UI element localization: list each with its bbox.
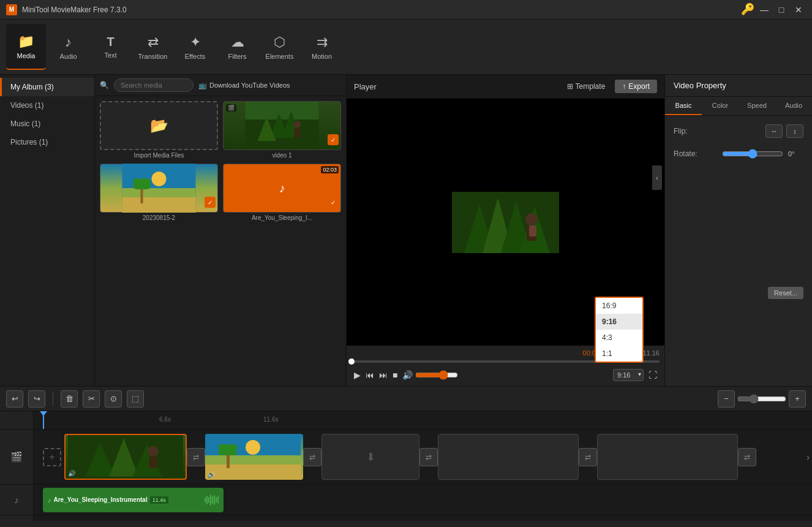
aspect-option-9-16[interactable]: 9:16 [596,314,642,330]
sidebar-label-my-album: My Album (3) [10,83,54,91]
toolbar-item-elements[interactable]: ⬡ Elements [260,24,299,70]
aspect-option-1-1[interactable]: 1:1 [596,346,642,362]
redo-button[interactable]: ↪ [28,390,45,408]
import-media-card[interactable]: 📂 Import Media Files [100,101,218,159]
transition-btn-5[interactable]: ⇄ [738,448,756,466]
aspect-ratio-container: 16:9 9:16 4:3 1:1 9:16 ▾ [613,369,644,381]
toolbar-item-motion[interactable]: ⇉ Motion [302,24,342,70]
timeline-content: 🎬 ♪ 6.6s 11.6s + [0,411,812,521]
volume-slider[interactable] [415,370,458,380]
property-tabs: Basic Color Speed Audio [665,97,812,116]
aspect-ratio-dropdown: 16:9 9:16 4:3 1:1 [595,297,644,363]
rotate-slider[interactable] [722,149,783,159]
transition-btn-1[interactable]: ⇄ [187,448,205,466]
timeline-expand-button[interactable]: › [804,452,812,462]
transition-btn-3[interactable]: ⇄ [419,448,438,466]
tab-color[interactable]: Color [702,97,739,115]
detach-audio-button[interactable]: ⊙ [105,390,122,408]
prev-frame-button[interactable]: ⏮ [363,369,377,381]
minimize-button[interactable]: — [757,2,772,17]
aspect-ratio-select[interactable]: 9:16 [613,369,644,381]
toolbar-item-transition[interactable]: ⇄ Transition [133,24,173,70]
stop-button[interactable]: ■ [390,369,400,381]
tab-speed[interactable]: Speed [739,97,775,115]
tab-basic[interactable]: Basic [665,97,702,115]
timeline-playhead[interactable] [43,411,44,429]
sidebar-item-pictures[interactable]: Pictures (1) [0,133,94,151]
progress-thumb[interactable] [348,358,355,365]
volume-button[interactable]: 🔊 [400,369,415,381]
sidebar-label-pictures: Pictures (1) [10,138,48,146]
download-youtube-button[interactable]: 📺 Download YouTube Videos [198,82,290,89]
fullscreen-button[interactable]: ⛶ [646,369,660,381]
video-bottom-black [452,253,559,317]
close-button[interactable]: ✕ [791,2,806,17]
reset-button[interactable]: Reset... [768,287,803,299]
zoom-slider[interactable] [737,394,786,404]
toolbar-item-media[interactable]: 📁 Media [6,24,46,70]
cut-button[interactable]: ✂ [83,390,100,408]
music1-card[interactable]: ♪ 02:03 ✓ Are_You_Sleeping_I... [223,164,341,221]
video1-check: ✓ [328,134,339,145]
video-track-icon: 🎬 [10,451,23,463]
search-icon: 🔍 [100,81,109,89]
flip-horizontal-button[interactable]: ↔ [765,124,783,138]
flip-horizontal-icon: ↔ [771,127,778,135]
music1-check: ✓ [328,197,339,208]
timeline-scrollbar[interactable] [0,521,812,527]
key-icon[interactable]: 🔑 [741,2,754,17]
toolbar-item-effects[interactable]: ✦ Effects [175,24,215,70]
empty-clip-3[interactable] [597,434,738,480]
empty-clip-2[interactable] [438,434,579,480]
sidebar-item-my-album[interactable]: My Album (3) [0,78,94,96]
audio-track-label: ♪ [0,485,33,515]
rotate-controls: 0° [722,149,803,159]
next-frame-button[interactable]: ⏭ [377,369,390,381]
toolbar-item-filters[interactable]: ☁ Filters [217,24,257,70]
flip-vertical-button[interactable]: ↕ [786,124,803,138]
video-clip-1[interactable]: 🔊 [64,434,187,480]
crop-button[interactable]: ⬚ [127,390,144,408]
audio-clip-duration: 11.4s [150,496,168,504]
photo1-card[interactable]: ✓ 20230815-2 [100,164,218,221]
empty-clip-1[interactable]: ⬇ [321,434,419,480]
undo-button[interactable]: ↩ [6,390,23,408]
photo1-label: 20230815-2 [100,214,218,221]
video-track-label: 🎬 [0,430,33,485]
app-logo: M [6,4,17,15]
flip-controls: ↔ ↕ [765,124,803,138]
video-clip-2[interactable]: 🔊 [205,434,303,480]
media-panel: 🔍 📺 Download YouTube Videos 📂 Import Med… [95,75,347,386]
collapse-panel-button[interactable]: ‹ [652,165,662,190]
audio-clip-1[interactable]: ♪ Are_You_Sleeping_Instrumental 11.4s [43,488,224,512]
add-track-button[interactable]: + [43,448,61,466]
transition-btn-4[interactable]: ⇄ [579,448,597,466]
toolbar-label-text: Text [104,51,116,59]
video1-card[interactable]: 🎬 ✓ video 1 [223,101,341,159]
toolbar-label-transition: Transition [138,53,168,60]
search-input[interactable] [114,78,194,92]
main-content: My Album (3) Videos (1) Music (1) Pictur… [0,75,812,386]
player-title: Player [354,82,377,91]
tab-audio[interactable]: Audio [775,97,812,115]
play-button[interactable]: ▶ [351,369,363,381]
transition-btn-2[interactable]: ⇄ [303,448,321,466]
motion-icon: ⇉ [317,34,328,50]
volume-icon-clip1: 🔊 [68,470,75,477]
zoom-in-button[interactable]: + [789,390,806,408]
template-button[interactable]: ⊞ Template [562,80,611,93]
zoom-out-button[interactable]: − [718,390,735,408]
flip-label: Flip: [674,127,688,135]
aspect-option-16-9[interactable]: 16:9 [596,298,642,314]
toolbar-item-audio[interactable]: ♪ Audio [48,24,88,70]
sidebar-item-videos[interactable]: Videos (1) [0,96,94,115]
svg-point-31 [246,440,260,455]
svg-rect-1 [246,101,319,119]
maximize-button[interactable]: □ [774,2,789,17]
export-button[interactable]: ↑ Export [615,80,657,93]
sidebar-item-music[interactable]: Music (1) [0,115,94,133]
aspect-option-4-3[interactable]: 4:3 [596,330,642,346]
delete-button[interactable]: 🗑 [61,390,78,408]
toolbar: 📁 Media ♪ Audio T Text ⇄ Transition ✦ Ef… [0,20,812,75]
toolbar-item-text[interactable]: T Text [91,24,130,70]
